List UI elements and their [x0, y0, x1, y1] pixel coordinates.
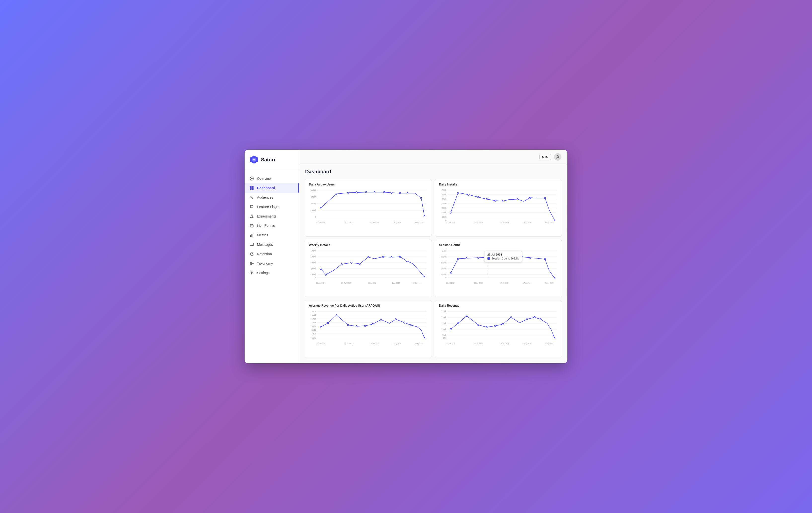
settings-icon [250, 270, 254, 275]
svg-text:400.0k: 400.0k [311, 189, 317, 192]
sidebar-item-metrics[interactable]: Metrics [244, 230, 299, 240]
svg-point-73 [477, 196, 479, 198]
svg-text:$0.60: $0.60 [312, 314, 317, 316]
svg-point-138 [554, 277, 555, 279]
svg-text:800.0k: 800.0k [441, 255, 447, 258]
svg-text:$0.0: $0.0 [443, 337, 446, 339]
svg-point-3 [251, 178, 253, 179]
app-container: Satori Overview Dashboard [244, 150, 568, 363]
svg-text:10.0k: 10.0k [442, 216, 447, 218]
svg-text:200.0k: 200.0k [311, 267, 317, 270]
sidebar-item-feature-flags[interactable]: Feature Flags [244, 202, 299, 211]
svg-point-44 [383, 192, 385, 193]
metrics-icon [250, 233, 254, 237]
svg-point-39 [336, 193, 337, 195]
svg-text:4 Aug 2024: 4 Aug 2024 [545, 282, 553, 284]
svg-text:26 Jul 2024: 26 Jul 2024 [474, 342, 483, 345]
svg-point-101 [351, 262, 352, 263]
svg-text:20 May 2024: 20 May 2024 [341, 282, 351, 284]
svg-text:4 Aug 2024: 4 Aug 2024 [415, 342, 424, 345]
chart-svg-dau: 400.0k 300.0k 200.0k 100.0k 0 23 Jul 202… [309, 188, 428, 225]
sidebar-label-taxonomy: Taxonomy [257, 261, 273, 265]
audiences-icon [250, 195, 254, 200]
svg-text:300.0k: 300.0k [311, 261, 317, 264]
app-name: Satori [261, 157, 275, 163]
svg-text:$0.30: $0.30 [312, 325, 317, 327]
chart-daily-revenue: Daily Revenue $250k $200k $150k $100k $5… [435, 300, 562, 358]
svg-point-77 [517, 198, 518, 200]
svg-point-45 [391, 192, 392, 194]
svg-rect-4 [250, 186, 252, 188]
svg-point-189 [450, 329, 451, 330]
chart-svg-arpdau: $0.70 $0.60 $0.50 $0.40 $0.30 $0.20 $0.1… [309, 309, 428, 346]
experiments-icon [250, 214, 254, 219]
svg-point-160 [320, 326, 321, 328]
sidebar-item-dashboard[interactable]: Dashboard [244, 183, 299, 193]
svg-point-100 [341, 263, 342, 265]
svg-point-131 [487, 256, 489, 258]
svg-point-168 [395, 319, 396, 320]
charts-grid: Daily Active Users 400.0k 300.0k 200.0k … [299, 177, 568, 363]
svg-point-196 [511, 317, 512, 318]
svg-text:1 Aug 2024: 1 Aug 2024 [523, 342, 531, 345]
sidebar-item-overview[interactable]: Overview [244, 174, 299, 183]
svg-point-169 [404, 322, 405, 323]
svg-text:$200k: $200k [441, 316, 447, 319]
svg-point-71 [457, 192, 459, 194]
page-header: Dashboard [299, 164, 568, 177]
svg-point-161 [327, 322, 328, 324]
svg-text:29 Jul 2024: 29 Jul 2024 [500, 282, 509, 284]
svg-point-98 [320, 268, 321, 269]
svg-text:23 Jul 2024: 23 Jul 2024 [446, 221, 455, 224]
svg-rect-18 [250, 243, 254, 246]
svg-point-47 [407, 193, 408, 194]
user-avatar[interactable] [554, 153, 561, 161]
svg-text:1 Aug 2024: 1 Aug 2024 [523, 282, 531, 284]
sidebar-item-settings[interactable]: Settings [244, 268, 299, 278]
svg-text:4 Aug 2024: 4 Aug 2024 [415, 221, 424, 224]
svg-text:$0.40: $0.40 [312, 321, 317, 324]
svg-text:$0.70: $0.70 [312, 310, 317, 313]
svg-point-194 [495, 325, 496, 326]
chart-arpdau: Average Revenue Per Daily Active User (A… [305, 300, 432, 358]
page-title: Dashboard [305, 169, 561, 175]
chart-daily-installs: Daily Installs 70.0k 60.0k 50.0k 40.0k [435, 179, 562, 237]
sidebar-item-retention[interactable]: Retention [244, 249, 299, 259]
svg-point-70 [450, 212, 451, 213]
svg-point-128 [457, 258, 459, 259]
svg-text:0: 0 [315, 276, 317, 279]
svg-point-21 [251, 273, 253, 274]
svg-point-200 [554, 338, 555, 339]
svg-point-134 [513, 256, 514, 257]
svg-point-46 [399, 193, 401, 194]
svg-point-167 [380, 319, 382, 320]
svg-point-43 [374, 192, 375, 193]
svg-text:22 Jul 2024: 22 Jul 2024 [413, 282, 422, 284]
svg-text:60.0k: 60.0k [442, 193, 447, 196]
chart-svg-dr: $250k $200k $150k $100k $50k $0.0 23 Jul… [439, 309, 558, 346]
svg-text:29 Apr 2024: 29 Apr 2024 [316, 282, 325, 284]
svg-point-193 [486, 326, 487, 328]
svg-rect-6 [250, 188, 252, 190]
chart-area-dau: 400.0k 300.0k 200.0k 100.0k 0 23 Jul 202… [309, 188, 428, 225]
svg-text:100.0k: 100.0k [311, 209, 317, 211]
svg-point-132 [497, 256, 498, 257]
sidebar-item-taxonomy[interactable]: Taxonomy [244, 259, 299, 268]
sidebar-label-dashboard: Dashboard [257, 186, 275, 190]
sidebar-item-messages[interactable]: Messages [244, 240, 299, 249]
svg-point-9 [252, 196, 253, 197]
svg-point-191 [466, 315, 467, 317]
svg-text:20.0k: 20.0k [442, 211, 447, 214]
sidebar-item-experiments[interactable]: Experiments [244, 211, 299, 221]
retention-icon [250, 252, 254, 256]
utc-badge[interactable]: UTC [539, 154, 551, 160]
svg-point-162 [336, 314, 337, 316]
sidebar-item-audiences[interactable]: Audiences [244, 193, 299, 202]
svg-point-108 [424, 276, 425, 278]
svg-rect-15 [250, 235, 251, 237]
svg-text:26 Jul 2024: 26 Jul 2024 [474, 221, 483, 224]
sidebar-navigation: Overview Dashboard Audiences [244, 170, 299, 363]
svg-point-197 [526, 319, 528, 320]
svg-point-136 [529, 257, 531, 258]
sidebar-item-live-events[interactable]: Live Events [244, 221, 299, 230]
